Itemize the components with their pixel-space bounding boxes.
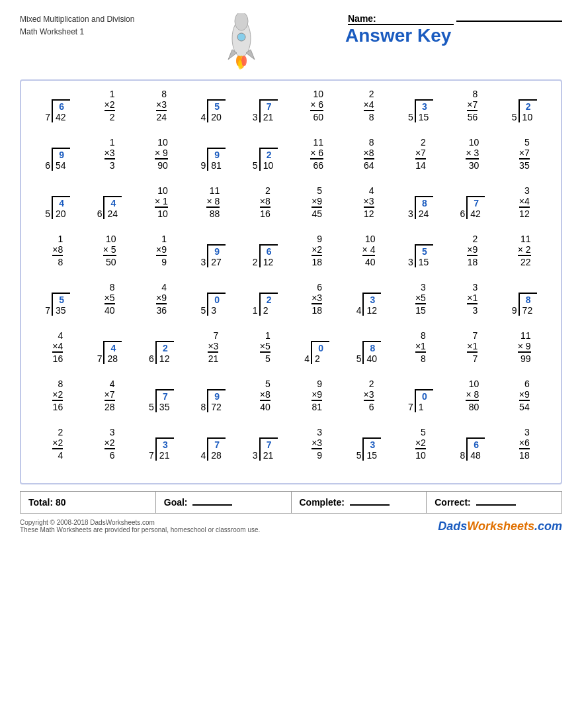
divisor: 3	[253, 112, 258, 122]
dividend-area: 642	[52, 99, 70, 122]
quotient: 4	[56, 198, 67, 208]
div-problem: 3927	[200, 244, 226, 267]
mult-answer: 8	[52, 255, 63, 267]
mult-problem: 6×318	[312, 282, 322, 316]
mult-problem: 2×24	[52, 427, 63, 461]
divisor: 5	[356, 450, 362, 461]
mult-top: 3	[524, 427, 530, 437]
div-problem: 7642	[45, 99, 70, 122]
dividend-area: 981	[207, 148, 226, 171]
div-problem: 6742	[460, 196, 485, 219]
dividend-area: 721	[259, 437, 278, 461]
mult-problem: 8×756	[467, 89, 478, 122]
problem: 7428	[89, 341, 130, 364]
quotient: 5	[56, 295, 67, 305]
dividend-area: 840	[362, 341, 381, 364]
dividend: 2	[315, 353, 327, 364]
mult-top: 10	[157, 185, 168, 196]
complete-blank	[350, 504, 390, 506]
mult-answer: 10	[155, 206, 168, 219]
mult-answer: 18	[467, 255, 478, 267]
mult-problem: 2×816	[260, 185, 270, 219]
problem: 6424	[89, 196, 130, 219]
mult-answer: 16	[52, 351, 63, 364]
problem: 3×515	[400, 282, 441, 316]
divisor: 6	[460, 208, 465, 219]
header: Mixed Multiplication and Division Math W…	[20, 13, 562, 73]
mult-answer: 50	[103, 255, 116, 267]
mult-top: 11	[520, 330, 531, 341]
dividend-area: 22	[259, 293, 278, 316]
dividend: 15	[366, 450, 378, 461]
div-problem: 7321	[149, 437, 174, 461]
problem: 8×216	[37, 379, 78, 412]
mult-answer: 40	[260, 400, 270, 412]
quotient: 8	[419, 198, 431, 208]
div-problem: 9872	[512, 293, 537, 316]
mult-top: 1	[161, 234, 167, 244]
dividend-area: 648	[466, 437, 485, 461]
mult-top: 1	[110, 89, 115, 99]
quotient: 2	[263, 295, 275, 305]
divisor: 3	[408, 208, 413, 219]
dividend: 81	[211, 160, 223, 171]
divisor: 7	[45, 305, 50, 316]
mult-problem: 2×918	[467, 234, 478, 267]
mult-top: 5	[421, 427, 426, 437]
dividend: 2	[263, 305, 275, 316]
mult-sign: × 1	[155, 196, 168, 206]
copyright-footer: Copyright © 2008-2018 DadsWorksheets.com…	[20, 519, 562, 533]
mult-sign: × 3	[466, 148, 479, 158]
correct-cell: Correct:	[427, 492, 561, 513]
problem: 2×714	[400, 137, 441, 171]
problem: 8×756	[452, 89, 493, 122]
mult-answer: 4	[52, 448, 63, 461]
quotient: 3	[159, 439, 171, 450]
dividend: 48	[470, 450, 482, 461]
goal-label: Goal:	[164, 497, 188, 508]
mult-answer: 40	[362, 255, 376, 267]
correct-blank	[476, 504, 516, 506]
dividend: 72	[211, 402, 223, 412]
problem: 4728	[192, 437, 233, 461]
mult-sign: ×3	[208, 341, 218, 351]
dividend-area: 315	[362, 437, 381, 461]
mult-sign: ×3	[156, 99, 167, 110]
footer-box: Total: 80 Goal: Complete: Correct:	[20, 491, 562, 514]
mult-answer: 10	[415, 448, 426, 461]
mult-answer: 12	[364, 206, 374, 219]
mult-sign: ×1	[415, 341, 426, 351]
dividend-area: 872	[519, 293, 537, 316]
mult-answer: 56	[467, 110, 478, 122]
problem: 5210	[245, 148, 286, 171]
answer-key-label: Answer Key	[345, 25, 451, 46]
mult-answer: 2	[104, 110, 115, 122]
problem: 3×412	[504, 185, 545, 219]
problem: 11× 222	[504, 234, 545, 267]
mult-sign: ×2	[312, 244, 322, 255]
mult-sign: ×3	[312, 437, 322, 448]
problem: 9981	[192, 148, 233, 171]
mult-problem: 3×39	[312, 427, 322, 461]
mult-top: 4	[369, 185, 374, 196]
mult-answer: 80	[466, 400, 479, 412]
mult-sign: × 6	[310, 99, 323, 110]
div-problem: 5315	[356, 437, 382, 461]
mult-problem: 11× 888	[206, 185, 220, 219]
mult-sign: × 8	[206, 196, 220, 206]
div-problem: 6954	[45, 148, 70, 171]
mult-problem: 1×88	[52, 234, 63, 267]
mult-answer: 18	[519, 448, 530, 461]
dividend: 24	[107, 208, 119, 219]
problem: 7×321	[192, 330, 233, 364]
dividend-area: 315	[415, 99, 433, 122]
div-problem: 701	[408, 389, 433, 412]
divisor: 6	[97, 208, 103, 219]
mult-top: 8	[369, 137, 374, 148]
mult-problem: 10× 990	[155, 137, 168, 171]
mult-problem: 1×55	[260, 330, 270, 364]
problem: 7535	[37, 293, 78, 316]
dividend: 72	[522, 305, 534, 316]
divisor: 4	[304, 353, 310, 364]
divisor: 6	[149, 353, 154, 364]
